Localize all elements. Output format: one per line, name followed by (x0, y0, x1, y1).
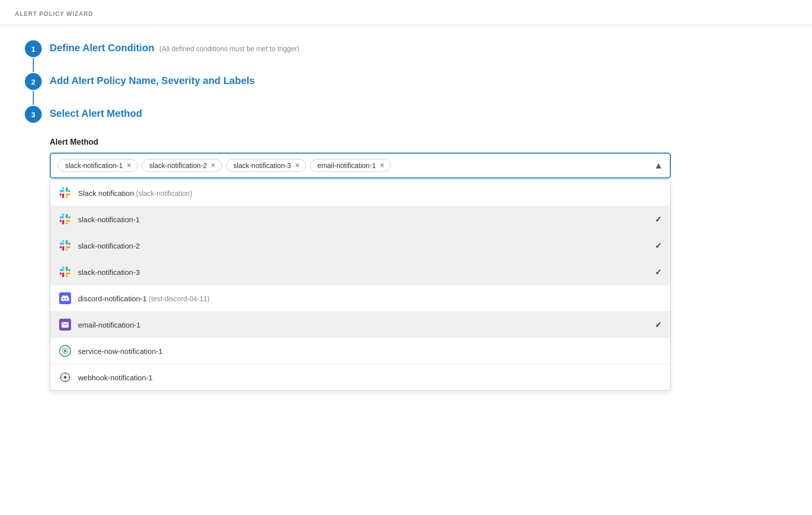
step-2-connector: 2 (25, 73, 42, 106)
step-2-circle[interactable]: 2 (25, 73, 42, 90)
tag-slack-1[interactable]: slack-notification-1 × (58, 159, 138, 172)
slack-header-label: Slack notification (slack-notification) (78, 189, 661, 197)
step-1-row: 1 Define Alert Condition (All defined co… (25, 40, 671, 73)
webhook-icon (59, 371, 71, 383)
slack-3-label: slack-notification-3 (78, 268, 648, 276)
step-1-text: Define Alert Condition (All defined cond… (50, 40, 300, 54)
tag-slack-3[interactable]: slack-notification-3 × (226, 159, 306, 172)
step-2-row: 2 Add Alert Policy Name, Severity and La… (25, 73, 671, 106)
remove-email-1-button[interactable]: × (380, 162, 384, 170)
alert-method-label: Alert Method (50, 138, 671, 147)
servicenow-1-label: service-now-notification-1 (78, 347, 661, 355)
step-2-line (33, 91, 34, 105)
page-title: ALERT POLICY WIZARD (15, 10, 93, 17)
remove-slack-2-button[interactable]: × (211, 162, 215, 170)
slack-header-icon (59, 187, 71, 199)
servicenow-icon (59, 345, 71, 357)
slack-3-icon (59, 266, 71, 278)
step-1-title: Define Alert Condition (50, 42, 154, 53)
dropdown-email-1[interactable]: email-notification-1 ✓ (50, 312, 670, 338)
step-2-text: Add Alert Policy Name, Severity and Labe… (50, 73, 255, 86)
step-3-title: Select Alert Method (50, 108, 142, 119)
dropdown-discord-1[interactable]: discord-notification-1 (test-discord-04-… (50, 285, 670, 312)
dropdown-webhook-1[interactable]: webhook-notification-1 (50, 364, 670, 390)
step-1-connector: 1 (25, 40, 42, 73)
dropdown-chevron-button[interactable]: ▲ (654, 161, 663, 171)
svg-point-1 (64, 349, 67, 352)
dropdown-servicenow-1[interactable]: service-now-notification-1 (50, 338, 670, 364)
step-3-text: Select Alert Method (50, 106, 142, 119)
slack-1-label: slack-notification-1 (78, 215, 648, 224)
dropdown-slack-1[interactable]: slack-notification-1 ✓ (50, 206, 670, 233)
slack-1-icon (59, 213, 71, 225)
slack-3-check: ✓ (655, 267, 661, 277)
dropdown-slack-header[interactable]: Slack notification (slack-notification) (50, 180, 670, 206)
discord-1-label: discord-notification-1 (test-discord-04-… (78, 294, 661, 303)
wizard-steps: 1 Define Alert Condition (All defined co… (25, 40, 671, 123)
email-1-check: ✓ (655, 320, 661, 330)
slack-1-check: ✓ (655, 215, 661, 224)
email-1-label: email-notification-1 (78, 321, 648, 329)
step-1-subtitle: (All defined conditions must be met to t… (160, 45, 300, 53)
slack-2-icon (59, 240, 71, 252)
slack-2-check: ✓ (655, 241, 661, 251)
alert-method-dropdown: Slack notification (slack-notification) … (50, 179, 671, 391)
tag-email-1[interactable]: email-notification-1 × (310, 159, 391, 172)
step-3-row: 3 Select Alert Method (25, 106, 671, 123)
remove-slack-3-button[interactable]: × (295, 162, 300, 170)
discord-icon (59, 292, 71, 304)
svg-point-3 (64, 376, 67, 379)
page-header: ALERT POLICY WIZARD (0, 0, 812, 25)
dropdown-slack-2[interactable]: slack-notification-2 ✓ (50, 233, 670, 259)
alert-method-section: Alert Method slack-notification-1 × slac… (50, 138, 671, 391)
step-2-title: Add Alert Policy Name, Severity and Labe… (50, 75, 255, 86)
step-1-line (33, 58, 34, 72)
webhook-1-label: webhook-notification-1 (78, 373, 661, 382)
step-1-circle[interactable]: 1 (25, 40, 42, 57)
email-icon (59, 319, 71, 331)
alert-method-multiselect[interactable]: slack-notification-1 × slack-notificatio… (50, 153, 671, 178)
remove-slack-1-button[interactable]: × (127, 162, 131, 170)
tag-slack-2[interactable]: slack-notification-2 × (142, 159, 222, 172)
step-3-circle[interactable]: 3 (25, 106, 42, 123)
slack-2-label: slack-notification-2 (78, 242, 648, 250)
dropdown-slack-3[interactable]: slack-notification-3 ✓ (50, 259, 670, 285)
wizard-content: 1 Define Alert Condition (All defined co… (0, 25, 696, 406)
step-3-connector: 3 (25, 106, 42, 123)
